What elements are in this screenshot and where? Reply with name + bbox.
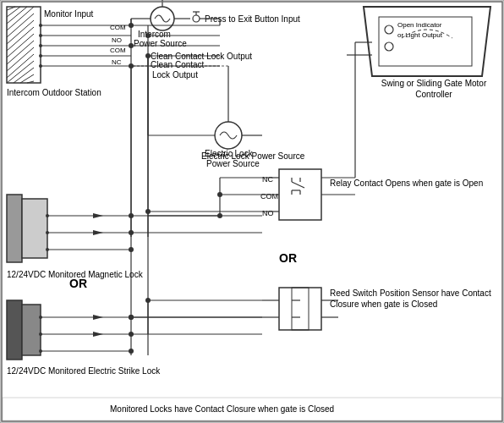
svg-rect-86: [22, 305, 41, 355]
svg-text:Monitor Input: Monitor Input: [44, 9, 94, 19]
svg-text:COM: COM: [110, 47, 126, 54]
electric-lock-power-label: Electric Lock Power Source: [201, 151, 304, 162]
svg-point-146: [145, 209, 151, 214]
reed-switch-label: Reed Switch Position Sensor have Contact…: [330, 288, 504, 310]
svg-text:NO: NO: [262, 209, 274, 217]
magnetic-lock-label: 12/24VDC Monitored Magnetic Lock: [7, 269, 143, 280]
svg-point-55: [145, 33, 151, 38]
electric-strike-label: 12/24VDC Monitored Electric Strike Lock: [7, 365, 160, 376]
svg-rect-85: [7, 300, 22, 360]
svg-point-95: [129, 349, 134, 354]
svg-text:NO: NO: [112, 36, 122, 44]
svg-text:OR: OR: [279, 251, 297, 265]
svg-text:Power Source: Power Source: [134, 39, 187, 48]
wiring-diagram: Monitor Input COM NO COM NC Intercom Pow…: [0, 0, 504, 423]
intercom-outdoor-label: Intercom Outdoor Station: [7, 87, 101, 98]
svg-point-142: [145, 298, 151, 303]
svg-text:COM: COM: [110, 24, 126, 31]
svg-point-56: [129, 43, 134, 48]
clean-contact-label: Clean Contact Lock Output: [151, 51, 252, 62]
svg-text:Intercom: Intercom: [138, 30, 171, 39]
svg-text:NC: NC: [112, 58, 122, 66]
svg-point-54: [129, 23, 134, 28]
svg-text:Lock Output: Lock Output: [152, 70, 198, 80]
svg-point-144: [129, 315, 134, 320]
svg-text:NC: NC: [262, 175, 273, 184]
svg-rect-69: [7, 195, 22, 262]
relay-contact-label: Relay Contact Opens when gate is Open: [330, 178, 483, 189]
svg-point-128: [217, 213, 222, 218]
svg-text:Monitored Locks have Contact C: Monitored Locks have Contact Closure whe…: [110, 404, 334, 414]
svg-point-130: [217, 192, 222, 197]
svg-rect-70: [22, 199, 47, 258]
svg-point-79: [129, 247, 134, 252]
svg-text:Open Indicator: Open Indicator: [397, 21, 442, 29]
svg-text:COM: COM: [260, 192, 278, 201]
swing-gate-label: Swing or Sliding Gate Motor Controller: [364, 78, 504, 100]
svg-text:or Light Output: or Light Output: [397, 31, 443, 39]
